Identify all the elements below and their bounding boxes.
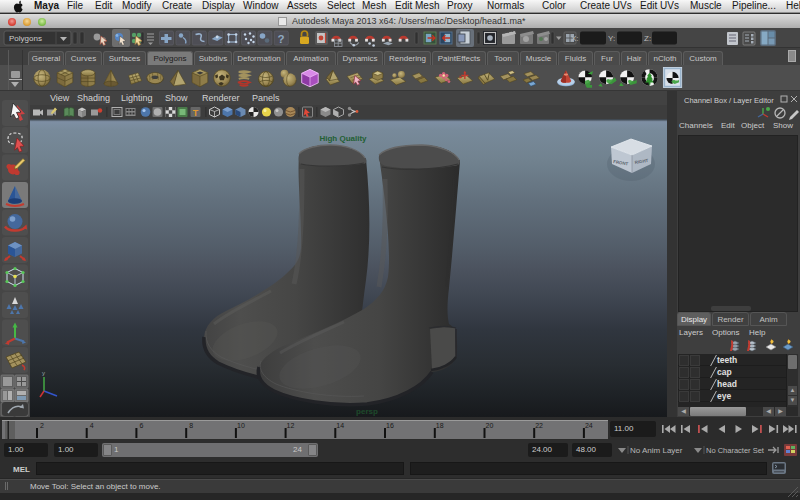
svg-text:14: 14 (336, 422, 344, 429)
svg-text:16: 16 (386, 422, 394, 429)
svg-text:6: 6 (139, 422, 143, 429)
svg-text:T: T (193, 108, 199, 118)
svg-text:8: 8 (189, 422, 193, 429)
svg-text:20: 20 (486, 422, 494, 429)
svg-text:X:: X: (571, 34, 579, 43)
svg-text:24: 24 (585, 422, 593, 429)
svg-text:18: 18 (436, 422, 444, 429)
svg-text:10: 10 (237, 422, 245, 429)
svg-text:y: y (42, 370, 45, 376)
svg-text:Polygons: Polygons (9, 34, 42, 43)
svg-text:Y:: Y: (608, 34, 615, 43)
svg-text:4: 4 (90, 422, 94, 429)
svg-text:12: 12 (287, 422, 295, 429)
svg-text:2: 2 (40, 422, 44, 429)
svg-text:?: ? (278, 33, 285, 45)
svg-text:22: 22 (535, 422, 543, 429)
svg-text:Z:: Z: (644, 34, 651, 43)
